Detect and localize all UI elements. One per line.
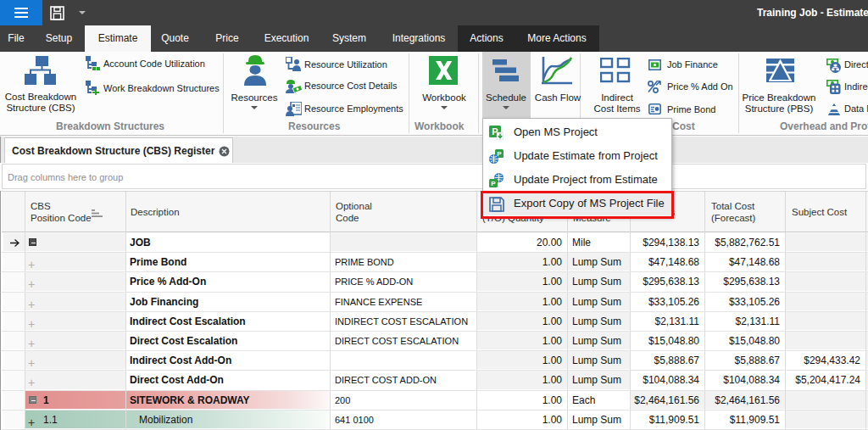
svg-text:P: P <box>497 150 502 158</box>
svg-text:P: P <box>491 180 496 187</box>
